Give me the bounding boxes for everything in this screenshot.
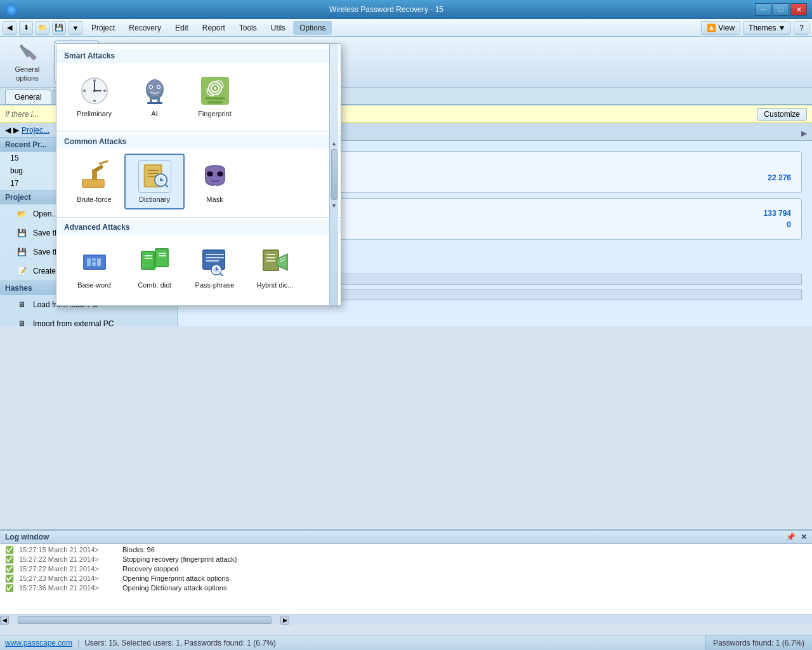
svg-rect-41 bbox=[94, 164, 103, 172]
h-scroll-thumb[interactable] bbox=[18, 616, 272, 624]
preliminary-item[interactable]: Preliminary bbox=[64, 68, 124, 124]
advanced-attacks-title: Advanced Attacks bbox=[56, 220, 341, 234]
log-close-icon[interactable]: ✕ bbox=[801, 533, 807, 541]
breadcrumb: Projec... bbox=[22, 126, 49, 135]
scroll-down-arrow[interactable]: ▼ bbox=[331, 202, 337, 209]
import-ext-item[interactable]: 🖥 Import from external PC bbox=[0, 314, 177, 326]
hybrid-dic-icon bbox=[259, 246, 292, 279]
menu-bar-right: 🔼 View Themes ▼ ? bbox=[701, 21, 809, 35]
ai-item[interactable]: AI bbox=[124, 68, 185, 124]
dropdown-scroll-area: Smart Attacks Prelimina bbox=[56, 44, 341, 305]
brute-force-icon bbox=[78, 160, 111, 193]
back-arrow[interactable]: ◀ bbox=[5, 126, 11, 135]
menu-project[interactable]: Project bbox=[85, 21, 121, 35]
window-controls[interactable]: ─ □ ✕ bbox=[755, 3, 807, 16]
scroll-up-arrow[interactable]: ▲ bbox=[331, 140, 337, 147]
brute-force-label: Brute-force bbox=[77, 196, 111, 203]
svg-rect-32 bbox=[201, 77, 229, 105]
hybrid-dic-item[interactable]: Hybrid dic... bbox=[245, 239, 305, 295]
close-button[interactable]: ✕ bbox=[790, 3, 807, 16]
svg-point-21 bbox=[83, 90, 86, 92]
folder-icon: 📂 bbox=[15, 208, 28, 220]
log-pin-icon[interactable]: 📌 bbox=[786, 533, 796, 541]
passwords-skipped-value: 0 bbox=[787, 220, 791, 229]
log-msg-5: Opening Dictionary attack options bbox=[122, 584, 226, 592]
info-text: If there i... bbox=[5, 110, 39, 119]
status-text: Users: 15, Selected users: 1, Passwords … bbox=[84, 639, 275, 647]
svg-line-42 bbox=[100, 161, 107, 164]
dropdown-scrollbar[interactable]: ▲ ▼ bbox=[329, 44, 338, 305]
menu-utils[interactable]: Utils bbox=[265, 21, 292, 35]
svg-point-18 bbox=[93, 90, 96, 92]
menu-report[interactable]: Report bbox=[196, 21, 232, 35]
forward-arrow[interactable]: ▶ bbox=[13, 126, 19, 135]
hybrid-dic-label: Hybrid dic... bbox=[256, 281, 293, 289]
fingerprint-item[interactable]: Fingerprint bbox=[185, 68, 245, 124]
help-button[interactable]: ? bbox=[794, 21, 809, 35]
menu-recovery[interactable]: Recovery bbox=[122, 21, 167, 35]
tab-scroll-arrow[interactable]: ▶ bbox=[799, 126, 809, 140]
website-link[interactable]: www.passcape.com bbox=[5, 639, 72, 647]
title-bar: Wireless Password Recovery - 15 ─ □ ✕ bbox=[0, 0, 812, 19]
svg-rect-27 bbox=[147, 102, 162, 104]
svg-point-30 bbox=[150, 86, 152, 88]
dictionary-item[interactable]: Dictionary bbox=[124, 154, 185, 209]
quick-btn-5[interactable]: ▼ bbox=[69, 21, 82, 35]
comb-dict-label: Comb. dict bbox=[138, 281, 171, 289]
customize-button[interactable]: Customize bbox=[757, 108, 807, 121]
comb-dict-item[interactable]: Comb. dict bbox=[124, 239, 185, 295]
horizontal-scrollbar[interactable]: ◀ ▶ bbox=[0, 614, 812, 625]
status-left: www.passcape.com | Users: 15, Selected u… bbox=[0, 639, 281, 647]
svg-rect-39 bbox=[83, 180, 103, 187]
log-content: ✅ 15:27:15 March 21 2014> Blocks: 96 ✅ 1… bbox=[0, 544, 812, 625]
log-row-3: ✅ 15:27:22 March 21 2014> Recovery stopp… bbox=[3, 564, 809, 574]
quick-btn-4[interactable]: 💾 bbox=[52, 21, 66, 35]
svg-point-20 bbox=[93, 100, 96, 102]
log-msg-1: Blocks: 96 bbox=[122, 546, 155, 554]
general-options-label: Generaloptions bbox=[15, 65, 39, 82]
mask-item[interactable]: Mask bbox=[185, 154, 245, 209]
menu-tools[interactable]: Tools bbox=[233, 21, 263, 35]
divider-1 bbox=[56, 131, 341, 132]
general-options-button[interactable]: Generaloptions bbox=[5, 41, 49, 84]
menu-options[interactable]: Options bbox=[293, 21, 332, 35]
app-icon bbox=[5, 3, 18, 16]
project-title: Project bbox=[5, 193, 31, 202]
quick-btn-1[interactable]: ◀ bbox=[3, 21, 16, 35]
menu-bar-left: ◀ ⬇ 📁 💾 ▼ Project Recovery Edit Report T… bbox=[3, 21, 701, 35]
log-icon-3: ✅ bbox=[5, 565, 14, 573]
svg-point-55 bbox=[217, 171, 223, 176]
tab-general[interactable]: General bbox=[5, 90, 51, 104]
common-attacks-items: Brute-force bbox=[56, 149, 341, 215]
pass-phrase-icon bbox=[199, 246, 232, 279]
maximize-button[interactable]: □ bbox=[773, 3, 789, 16]
view-button[interactable]: 🔼 View bbox=[701, 21, 740, 35]
quick-btn-2[interactable]: ⬇ bbox=[19, 21, 33, 35]
svg-rect-59 bbox=[92, 258, 96, 261]
quick-btn-3[interactable]: 📁 bbox=[36, 21, 49, 35]
brute-force-item[interactable]: Brute-force bbox=[64, 154, 124, 209]
log-header: Log window 📌 ✕ bbox=[0, 531, 812, 544]
pass-phrase-label: Pass-phrase bbox=[195, 281, 235, 289]
log-row-1: ✅ 15:27:15 March 21 2014> Blocks: 96 bbox=[3, 545, 809, 555]
dictionary-label: Dictionary bbox=[139, 196, 170, 203]
svg-point-24 bbox=[147, 80, 162, 96]
divider-2 bbox=[56, 217, 341, 218]
pass-phrase-item[interactable]: Pass-phrase bbox=[185, 239, 245, 295]
themes-button[interactable]: Themes ▼ bbox=[743, 21, 791, 35]
base-word-item[interactable]: Base-word bbox=[64, 239, 124, 295]
log-msg-4: Opening Fingerprint attack options bbox=[122, 574, 229, 583]
svg-rect-37 bbox=[207, 101, 223, 103]
svg-rect-58 bbox=[87, 258, 91, 266]
base-word-icon bbox=[78, 246, 111, 279]
smart-attacks-title: Smart Attacks bbox=[56, 49, 341, 63]
mask-icon bbox=[199, 160, 232, 193]
menu-edit[interactable]: Edit bbox=[169, 21, 195, 35]
log-time-3: 15:27:22 March 21 2014> bbox=[19, 565, 117, 573]
log-msg-2: Stopping recovery (fingerprint attack) bbox=[122, 555, 237, 564]
create-icon: 📝 bbox=[15, 265, 28, 277]
ai-label: AI bbox=[151, 110, 157, 117]
log-header-right: 📌 ✕ bbox=[786, 533, 807, 541]
minimize-button[interactable]: ─ bbox=[755, 3, 771, 16]
log-time-5: 15:27:36 March 21 2014> bbox=[19, 584, 117, 592]
